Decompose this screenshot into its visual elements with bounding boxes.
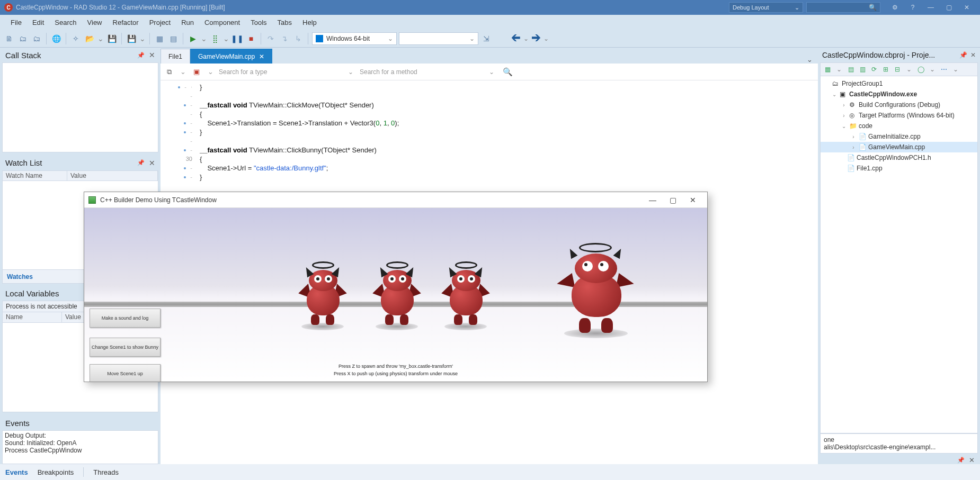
minimize-icon[interactable]: —	[922, 0, 940, 15]
search-type-input[interactable]: Search for a type ⌄	[219, 66, 357, 78]
chevron-down-icon[interactable]: ⌄	[543, 33, 549, 44]
chevron-down-icon[interactable]: ⌄	[201, 33, 207, 44]
search-method-input[interactable]: Search for a method ⌄	[360, 66, 497, 78]
pin-icon[interactable]: 📌	[957, 457, 965, 464]
chevron-down-icon[interactable]: ⌄	[177, 67, 188, 77]
minimize-icon[interactable]: —	[643, 192, 663, 208]
chevron-down-icon[interactable]: ⌄	[205, 67, 216, 77]
event-line: Sound: Initialized: OpenA	[5, 439, 156, 447]
game-btn-bunny[interactable]: Change Scene1 to show Bunny	[90, 338, 161, 357]
project-tree[interactable]: 🗂ProjectGroup1 ⌄▣CastleCppWindow.exe ›⚙B…	[820, 76, 978, 433]
chevron-down-icon[interactable]: ⌄	[801, 56, 818, 64]
nav-back-icon[interactable]: 🡰	[510, 33, 522, 44]
chevron-down-icon: ⌄	[388, 35, 393, 42]
close-icon[interactable]: ✕	[149, 159, 155, 167]
view-unit-icon[interactable]: ▤	[167, 33, 179, 44]
step-over-icon[interactable]: ↷	[265, 33, 277, 44]
chevron-down-icon[interactable]: ⌄	[223, 33, 229, 44]
chevron-down-icon[interactable]: ⌄	[834, 65, 844, 74]
pause-icon[interactable]: ❚❚	[231, 33, 243, 44]
folder-icon: 📁	[849, 122, 857, 130]
new-file-icon[interactable]: ✧	[70, 33, 82, 44]
menu-run[interactable]: Run	[176, 16, 199, 29]
new-items-icon[interactable]: 🗎	[3, 33, 15, 44]
step-out-icon[interactable]: ↳	[292, 33, 304, 44]
pin-icon[interactable]: 📌	[959, 51, 967, 59]
refresh-icon[interactable]: ⟳	[869, 65, 879, 74]
menu-search[interactable]: Search	[49, 16, 82, 29]
run-no-debug-icon[interactable]: ⣿	[209, 33, 221, 44]
local-col-name[interactable]: Name	[3, 312, 62, 322]
deploy-icon[interactable]: ⇲	[480, 33, 492, 44]
tab-watches[interactable]: Watches	[7, 273, 33, 280]
platform-combo[interactable]: Windows 64-bit ⌄	[312, 32, 397, 45]
menu-project[interactable]: Project	[144, 16, 176, 29]
sync-icon[interactable]: ◯	[916, 65, 925, 74]
menu-tools[interactable]: Tools	[245, 16, 272, 29]
search-icon[interactable]: 🔍	[503, 67, 513, 77]
step-into-icon[interactable]: ↴	[279, 33, 290, 44]
project-info-panel: one alis\Desktop\src\castle-engine\examp…	[820, 433, 978, 454]
menu-tabs[interactable]: Tabs	[272, 16, 297, 29]
game-window-title-bar[interactable]: C++ Builder Demo Using TCastleWindow — ▢…	[84, 192, 707, 208]
sort-icon[interactable]: ▥	[858, 65, 867, 74]
expand-icon[interactable]: ⊞	[881, 65, 890, 74]
chevron-down-icon[interactable]: ⌄	[951, 65, 960, 74]
open-folder-icon[interactable]: 📂	[84, 33, 95, 44]
chevron-down-icon[interactable]: ⌄	[523, 33, 529, 44]
menu-edit[interactable]: Edit	[27, 16, 49, 29]
tab-threads[interactable]: Threads	[93, 468, 119, 476]
close-icon[interactable]: ✕	[683, 192, 703, 208]
chevron-down-icon[interactable]: ⌄	[97, 33, 104, 44]
close-icon[interactable]: ✕	[969, 456, 975, 464]
menu-component[interactable]: Component	[199, 16, 245, 29]
run-icon[interactable]: ▶	[187, 33, 199, 44]
close-icon[interactable]: ✕	[958, 0, 976, 15]
maximize-icon[interactable]: ▢	[663, 192, 683, 208]
tab-file1[interactable]: File1	[161, 49, 190, 64]
close-icon[interactable]: ✕	[149, 51, 155, 59]
help-icon[interactable]: ?	[904, 0, 922, 15]
tab-breakpoints[interactable]: Breakpoints	[38, 468, 74, 476]
close-icon[interactable]: ✕	[259, 53, 264, 60]
pin-icon[interactable]: 📌	[137, 52, 145, 59]
stop-icon[interactable]: ■	[245, 33, 257, 44]
more-icon[interactable]: ⋯	[939, 65, 949, 74]
device-combo[interactable]: ⌄	[399, 32, 478, 45]
add-new-icon[interactable]: ▦	[823, 65, 832, 74]
chevron-down-icon: ⌄	[348, 68, 357, 76]
layout-combo[interactable]: Debug Layout ⌄	[729, 2, 803, 13]
globe-icon[interactable]: 🌐	[50, 33, 62, 44]
save-icon[interactable]: 💾	[106, 33, 118, 44]
maximize-icon[interactable]: ▢	[940, 0, 958, 15]
game-viewport[interactable]: Make a sound and log Change Scene1 to sh…	[84, 208, 707, 382]
menu-refactor[interactable]: Refactor	[108, 16, 144, 29]
close-icon[interactable]: ✕	[970, 51, 976, 59]
tab-gameviewmain[interactable]: GameViewMain.cpp✕	[190, 49, 272, 64]
pin-icon[interactable]: 📌	[137, 159, 145, 166]
watch-col-value[interactable]: Value	[67, 171, 158, 180]
chevron-down-icon[interactable]: ⌄	[928, 65, 937, 74]
toggle-icon[interactable]: ▤	[846, 65, 856, 74]
watch-col-name[interactable]: Watch Name	[3, 171, 67, 180]
tab-events[interactable]: Events	[5, 468, 28, 476]
game-btn-sound[interactable]: Make a sound and log	[90, 309, 161, 328]
nav-forward-icon[interactable]: 🡲	[530, 33, 542, 44]
menu-file[interactable]: File	[5, 16, 27, 29]
chevron-down-icon[interactable]: ⌄	[904, 65, 914, 74]
collapse-icon[interactable]: ⊟	[893, 65, 902, 74]
gear-icon[interactable]: ⚙	[886, 0, 904, 15]
class-view-icon[interactable]: ⧉	[164, 67, 174, 77]
save-project-icon[interactable]: 🗂	[31, 33, 42, 44]
game-btn-move[interactable]: Move Scene1 up	[90, 364, 161, 382]
ide-search-box[interactable]: 🔍	[806, 2, 880, 13]
bottom-tabs: Events Breakpoints Threads	[0, 464, 980, 480]
save-all-icon[interactable]: 💾	[126, 33, 137, 44]
filter-icon[interactable]: ▣	[191, 67, 202, 77]
menu-view[interactable]: View	[82, 16, 108, 29]
chevron-down-icon[interactable]: ⌄	[139, 33, 146, 44]
chevron-down-icon: ⌄	[469, 35, 475, 42]
view-form-icon[interactable]: ▦	[154, 33, 165, 44]
open-project-icon[interactable]: 🗂	[17, 33, 29, 44]
menu-help[interactable]: Help	[297, 16, 322, 29]
